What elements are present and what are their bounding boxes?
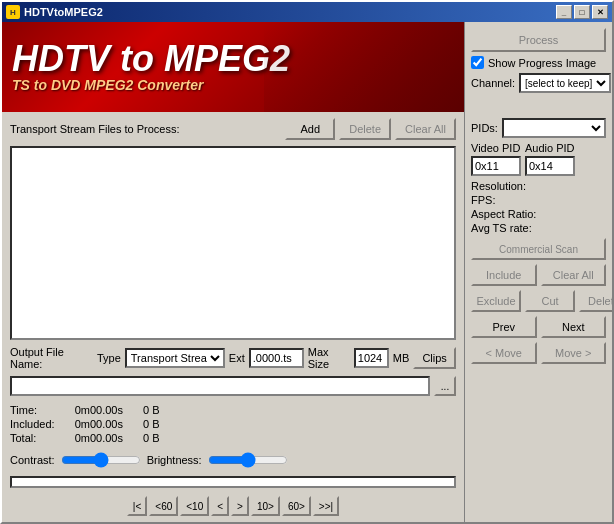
audio-pid-col: Audio PID	[525, 142, 575, 176]
mb-label: MB	[393, 352, 410, 364]
clear-all-button[interactable]: Clear All	[541, 264, 607, 286]
slider-row: Contrast: Brightness:	[10, 452, 456, 468]
info-section: Resolution: FPS: Aspect Ratio: Avg TS ra…	[471, 180, 606, 234]
pid-label: PIDs:	[471, 122, 498, 134]
channel-row: Channel: [select to keep]	[471, 73, 606, 93]
ext-input[interactable]	[249, 348, 304, 368]
time-size: 0 B	[143, 404, 160, 416]
output-filename-row: ...	[10, 376, 456, 396]
total-size: 0 B	[143, 432, 160, 444]
window-title: HDTVtoMPEG2	[24, 6, 103, 18]
total-label: Total:	[10, 432, 55, 444]
maximize-button[interactable]: □	[574, 5, 590, 19]
max-size-input[interactable]	[354, 348, 389, 368]
included-size: 0 B	[143, 418, 160, 430]
audio-pid-label: Audio PID	[525, 142, 575, 154]
move-right-button[interactable]: Move >	[541, 342, 607, 364]
clips-button[interactable]: Clips	[413, 347, 456, 369]
move-left-button[interactable]: < Move	[471, 342, 537, 364]
video-pid-input[interactable]	[471, 156, 521, 176]
delete-clip-button[interactable]: Delete	[579, 290, 612, 312]
file-buttons: Add Delete Clear All	[285, 118, 456, 140]
pid-select[interactable]	[502, 118, 606, 138]
output-filename-input[interactable]	[10, 376, 430, 396]
nav-next1-button[interactable]: >	[231, 496, 249, 516]
nav-next60-button[interactable]: 60>	[282, 496, 311, 516]
nav-last-button[interactable]: >>|	[313, 496, 339, 516]
video-pid-col: Video PID	[471, 142, 521, 176]
brightness-slider[interactable]	[208, 452, 288, 468]
title-bar: H HDTVtoMPEG2 _ □ ✕	[2, 2, 612, 22]
stat-sizes: 0 B 0 B 0 B	[143, 404, 160, 444]
channel-select[interactable]: [select to keep]	[519, 73, 611, 93]
nav-prev60-button[interactable]: <60	[149, 496, 178, 516]
time-value: 0m00.00s	[75, 404, 123, 416]
include-button[interactable]: Include	[471, 264, 537, 286]
header-banner: HDTV to MPEG2 TS to DVD MPEG2 Converter	[2, 22, 464, 112]
add-button[interactable]: Add	[285, 118, 335, 140]
brightness-label: Brightness:	[147, 454, 202, 466]
audio-pid-input[interactable]	[525, 156, 575, 176]
file-list	[10, 146, 456, 340]
delete-button[interactable]: Delete	[339, 118, 391, 140]
close-button[interactable]: ✕	[592, 5, 608, 19]
process-button[interactable]: Process	[471, 28, 606, 52]
progress-bar	[10, 476, 456, 488]
nav-first-button[interactable]: |<	[127, 496, 147, 516]
app-icon: H	[6, 5, 20, 19]
output-label: Output File Name:	[10, 346, 93, 370]
exclude-cut-delete-row: Exclude Cut Delete	[471, 290, 606, 312]
minimize-button[interactable]: _	[556, 5, 572, 19]
exclude-button[interactable]: Exclude	[471, 290, 521, 312]
main-window: H HDTVtoMPEG2 _ □ ✕ HDTV to MPEG2 TS to …	[0, 0, 614, 524]
nav-buttons: |< <60 <10 < > 10> 60> >>|	[10, 496, 456, 516]
next-button[interactable]: Next	[541, 316, 607, 338]
content-area: Transport Stream Files to Process: Add D…	[2, 112, 612, 522]
nav-prev1-button[interactable]: <	[211, 496, 229, 516]
transport-header: Transport Stream Files to Process: Add D…	[10, 118, 456, 140]
commercial-scan-button[interactable]: Commercial Scan	[471, 238, 606, 260]
output-row: Output File Name: Type Transport Stream …	[10, 346, 456, 370]
aspect-ratio-label: Aspect Ratio:	[471, 208, 606, 220]
included-value: 0m00.00s	[75, 418, 123, 430]
type-select[interactable]: Transport Stream	[125, 348, 225, 368]
total-value: 0m00.00s	[75, 432, 123, 444]
show-progress-label: Show Progress Image	[488, 57, 596, 69]
show-progress-checkbox[interactable]	[471, 56, 484, 69]
pid-row: PIDs:	[471, 118, 606, 138]
right-sidebar-top: Process Show Progress Image Channel: [se…	[464, 22, 612, 112]
avg-ts-label: Avg TS rate:	[471, 222, 606, 234]
time-label: Time:	[10, 404, 55, 416]
browse-button[interactable]: ...	[434, 376, 456, 396]
vid-aud-row: Video PID Audio PID	[471, 142, 606, 176]
fps-label: FPS:	[471, 194, 606, 206]
prev-next-move-row: Prev Next	[471, 316, 606, 338]
channel-label: Channel:	[471, 77, 515, 89]
ext-label: Ext	[229, 352, 245, 364]
stat-times: 0m00.00s 0m00.00s 0m00.00s	[75, 404, 123, 444]
video-pid-label: Video PID	[471, 142, 521, 154]
contrast-label: Contrast:	[10, 454, 55, 466]
nav-prev10-button[interactable]: <10	[180, 496, 209, 516]
prev-button[interactable]: Prev	[471, 316, 537, 338]
transport-label: Transport Stream Files to Process:	[10, 123, 180, 135]
left-panel: Transport Stream Files to Process: Add D…	[2, 112, 464, 522]
right-sidebar: PIDs: Video PID Audio PID Resolution:	[464, 112, 612, 522]
type-label: Type	[97, 352, 121, 364]
title-bar-left: H HDTVtoMPEG2	[6, 5, 103, 19]
show-progress-row: Show Progress Image	[471, 56, 606, 69]
include-clearall-row: Include Clear All	[471, 264, 606, 286]
stats-area: Time: Included: Total: 0m00.00s 0m00.00s…	[10, 404, 456, 444]
move-row: < Move Move >	[471, 342, 606, 364]
max-size-label: Max Size	[308, 346, 350, 370]
resolution-label: Resolution:	[471, 180, 606, 192]
contrast-slider[interactable]	[61, 452, 141, 468]
stat-labels: Time: Included: Total:	[10, 404, 55, 444]
cut-button[interactable]: Cut	[525, 290, 575, 312]
clear-all-top-button[interactable]: Clear All	[395, 118, 456, 140]
nav-next10-button[interactable]: 10>	[251, 496, 280, 516]
banner-title: HDTV to MPEG2	[12, 41, 454, 77]
title-buttons: _ □ ✕	[556, 5, 608, 19]
banner-subtitle: TS to DVD MPEG2 Converter	[12, 77, 454, 93]
included-label: Included:	[10, 418, 55, 430]
